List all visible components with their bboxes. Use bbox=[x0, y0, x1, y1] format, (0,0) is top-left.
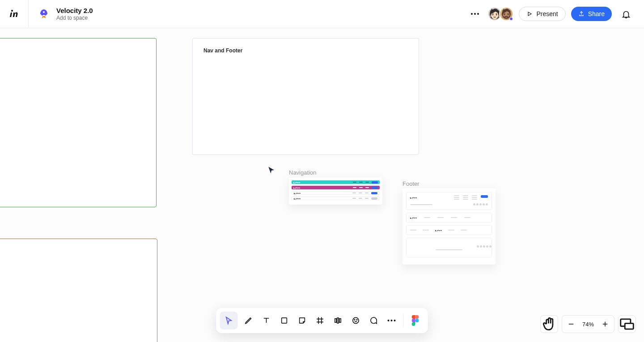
project-rocket-icon bbox=[37, 7, 51, 21]
invision-logo-icon bbox=[9, 9, 20, 19]
svg-marker-2 bbox=[528, 12, 531, 16]
tool-sticky[interactable] bbox=[293, 312, 311, 329]
svg-point-8 bbox=[354, 320, 355, 321]
nav-variant-4: ◣ photo bbox=[292, 197, 380, 200]
collaborator-avatars[interactable]: 🧑🏻 🧔🏽 bbox=[487, 7, 513, 21]
zoom-controls: 74% bbox=[540, 315, 636, 333]
toolbar-separator bbox=[403, 313, 404, 328]
tool-text[interactable] bbox=[258, 312, 275, 329]
footer-variant-4 bbox=[406, 238, 492, 257]
comment-icon bbox=[369, 316, 378, 325]
fit-screen-icon bbox=[619, 316, 636, 333]
present-button-label: Present bbox=[536, 10, 558, 17]
svg-rect-6 bbox=[339, 319, 341, 322]
sticker-icon bbox=[352, 316, 360, 325]
tool-frame[interactable] bbox=[311, 312, 329, 329]
canvas-label-footer[interactable]: Footer bbox=[402, 180, 419, 187]
footer-variant-2: ◣ photo bbox=[406, 213, 492, 222]
footer-variant-3: ◣ photo bbox=[406, 225, 492, 235]
nav-variant-3: ◣ photo bbox=[292, 191, 380, 195]
svg-rect-5 bbox=[337, 318, 339, 323]
tool-hand[interactable] bbox=[540, 315, 558, 333]
header-right: 🧑🏻 🧔🏽 Present Share bbox=[468, 5, 644, 23]
project-info[interactable]: Velocity 2.0 Add to space bbox=[29, 7, 93, 21]
sticky-note-icon bbox=[298, 316, 307, 325]
share-icon bbox=[578, 11, 585, 17]
zoom-level[interactable]: 74% bbox=[580, 321, 596, 328]
thumbnail-footer[interactable]: ◣ photo ◣ photo ◣ photo bbox=[402, 188, 496, 265]
frame-selected-orange[interactable] bbox=[0, 239, 157, 342]
pencil-icon bbox=[244, 316, 253, 325]
tool-align[interactable] bbox=[329, 312, 347, 329]
cursor-icon bbox=[225, 316, 233, 325]
project-subtitle[interactable]: Add to space bbox=[56, 15, 93, 21]
svg-point-0 bbox=[11, 10, 13, 12]
ellipsis-icon bbox=[388, 320, 396, 321]
present-button[interactable]: Present bbox=[519, 7, 565, 21]
text-icon bbox=[262, 316, 271, 325]
align-icon bbox=[334, 316, 343, 325]
svg-point-1 bbox=[43, 11, 45, 13]
tool-rectangle[interactable] bbox=[275, 312, 293, 329]
header-more-button[interactable] bbox=[468, 7, 482, 21]
collaborator-cursor bbox=[267, 166, 275, 174]
ellipsis-icon bbox=[471, 13, 479, 15]
tool-more[interactable] bbox=[383, 312, 401, 329]
thumbnail-navigation[interactable]: ◣ photo ◣ photo ◣ photo ◣ photo bbox=[289, 178, 382, 205]
project-title: Velocity 2.0 bbox=[56, 7, 93, 15]
zoom-fit-button[interactable] bbox=[618, 315, 636, 333]
tool-stamp[interactable] bbox=[347, 312, 365, 329]
project-text: Velocity 2.0 Add to space bbox=[56, 7, 93, 21]
presence-indicator bbox=[509, 17, 513, 21]
frame-title: Nav and Footer bbox=[203, 47, 408, 54]
svg-rect-4 bbox=[335, 319, 336, 322]
frame-selected-green[interactable] bbox=[0, 38, 157, 207]
tool-select[interactable] bbox=[220, 312, 238, 329]
footer-variant-1: ◣ photo bbox=[406, 192, 492, 210]
zoom-in-button[interactable] bbox=[596, 315, 614, 333]
bottom-toolbar bbox=[216, 308, 428, 333]
bell-icon bbox=[621, 9, 631, 19]
invision-logo[interactable] bbox=[0, 0, 29, 28]
nav-variant-1: ◣ photo bbox=[292, 180, 380, 184]
hand-icon bbox=[541, 316, 558, 333]
square-icon bbox=[280, 316, 289, 325]
plus-icon bbox=[601, 320, 609, 328]
zoom-out-button[interactable] bbox=[562, 315, 580, 333]
tool-comment[interactable] bbox=[365, 312, 383, 329]
tool-figma-import[interactable] bbox=[407, 312, 424, 329]
app-header: Velocity 2.0 Add to space 🧑🏻 🧔🏽 Present … bbox=[0, 0, 644, 28]
share-button[interactable]: Share bbox=[571, 7, 612, 21]
svg-point-7 bbox=[353, 317, 359, 323]
frame-nav-and-footer[interactable]: Nav and Footer bbox=[192, 38, 419, 155]
share-button-label: Share bbox=[588, 10, 605, 17]
nav-variant-2: ◣ photo bbox=[292, 186, 380, 189]
zoom-group: 74% bbox=[562, 315, 614, 333]
minus-icon bbox=[567, 320, 575, 328]
svg-rect-3 bbox=[282, 318, 287, 323]
canvas[interactable]: Nav and Footer Navigation ◣ photo ◣ phot… bbox=[0, 28, 644, 342]
svg-point-9 bbox=[356, 320, 357, 321]
frame-icon bbox=[316, 316, 325, 325]
tool-pencil[interactable] bbox=[240, 312, 258, 329]
notifications-button[interactable] bbox=[617, 5, 635, 23]
avatar-user-2[interactable]: 🧔🏽 bbox=[499, 7, 513, 21]
play-icon bbox=[526, 11, 533, 17]
figma-icon bbox=[412, 315, 419, 326]
canvas-label-navigation[interactable]: Navigation bbox=[289, 169, 316, 176]
svg-point-10 bbox=[415, 319, 419, 322]
svg-rect-12 bbox=[625, 323, 633, 329]
